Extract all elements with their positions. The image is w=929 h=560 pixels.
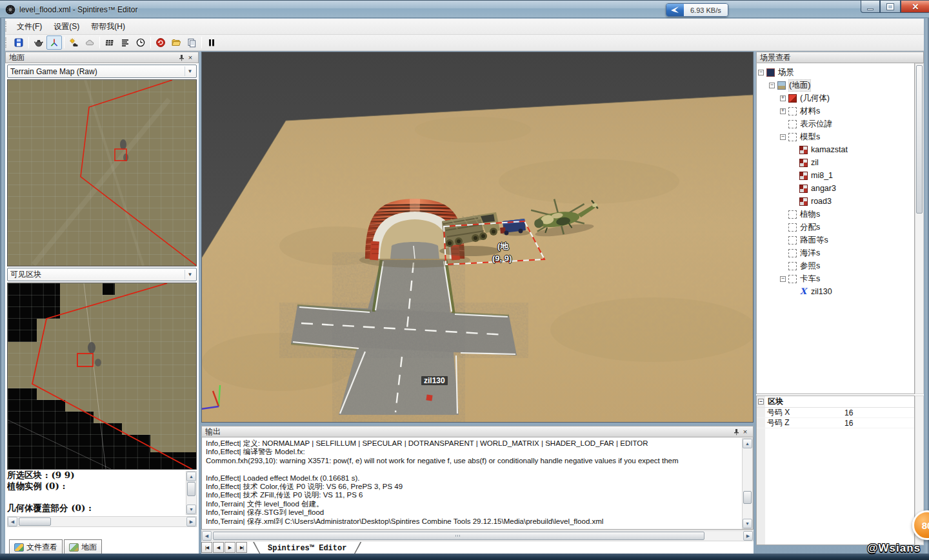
pin-icon[interactable] <box>732 427 741 436</box>
toolbar-grip[interactable] <box>5 37 8 48</box>
tree-item[interactable]: 卡车s <box>757 272 914 285</box>
tree-expander-icon[interactable] <box>758 70 764 75</box>
visible-blocks-minimap[interactable] <box>7 283 197 470</box>
property-row[interactable]: 号码 X 16 <box>757 408 914 418</box>
tree-item[interactable]: angar3 <box>757 182 914 195</box>
tree-node-label: 植物s <box>800 209 820 220</box>
scene-tree[interactable]: 场景 (地面) (几何体) 材料s <box>756 63 915 394</box>
tree-item[interactable]: mi8_1 <box>757 169 914 182</box>
tree-item[interactable]: 表示位諱 <box>757 117 914 130</box>
minimize-icon[interactable] <box>861 1 880 13</box>
viewport-3d[interactable]: (地 (9, 9) zil130 <box>201 52 754 423</box>
document-tab[interactable]: Spintires™ Editor <box>253 542 361 555</box>
tree-scrollbar[interactable] <box>915 63 924 394</box>
tree-expander-icon[interactable] <box>780 108 786 114</box>
copy-icon[interactable] <box>184 35 199 50</box>
save-icon[interactable] <box>11 35 26 50</box>
open-folder-icon[interactable] <box>168 35 184 50</box>
download-speed-value: 6.93 KB/s <box>684 4 728 16</box>
tree-item[interactable]: road3 <box>757 195 914 208</box>
block-properties: 区块 号码 X 16 号码 Z 16 <box>756 395 915 545</box>
tree-node-icon <box>799 185 808 193</box>
property-label: 号码 X <box>767 407 790 418</box>
tree-node-label: angar3 <box>811 184 836 193</box>
close-panel-icon[interactable]: × <box>186 53 195 62</box>
titlebar[interactable]: level_flood.xml - Spintires™ Editor 6.93… <box>0 0 929 18</box>
block-properties-header[interactable]: 区块 <box>757 396 914 408</box>
menu-bar: 文件(F)设置(S)帮帮我(H) <box>1 19 928 35</box>
pin-icon[interactable] <box>177 53 186 62</box>
tree-item[interactable]: zil130 <box>757 285 914 298</box>
tree-item[interactable]: 路面等s <box>757 234 914 246</box>
tree-item[interactable]: kamazstat <box>757 143 914 156</box>
tree-item[interactable]: 参照s <box>757 259 914 272</box>
log-lines-icon[interactable] <box>117 35 133 50</box>
clock-icon[interactable] <box>133 35 148 50</box>
info-horizontal-scrollbar[interactable]: ◀ ▶ <box>7 516 197 527</box>
download-speed-badge[interactable]: 6.93 KB/s <box>666 3 728 17</box>
day-night-icon[interactable] <box>66 35 82 50</box>
tree-item[interactable]: (几何体) <box>757 92 914 105</box>
terrain-panel: 地面 × Terrain Game Map (Raw) ▼ <box>5 52 199 555</box>
cell-coords-label: (9, 9) <box>492 254 512 263</box>
tree-expander-icon[interactable] <box>780 134 786 140</box>
tree-node-icon <box>799 146 808 154</box>
collapse-icon[interactable] <box>758 399 764 405</box>
tree-expander-icon[interactable] <box>780 276 786 282</box>
tree-node-icon <box>788 223 797 232</box>
output-log-line: Info,Effect| 编译警告 Model.fx: <box>206 448 749 456</box>
tree-node-icon <box>788 249 797 257</box>
tree-item[interactable]: 材料s <box>757 105 914 117</box>
thunder-icon <box>666 4 684 16</box>
output-vertical-scrollbar[interactable]: ▲ ▼ <box>742 438 753 529</box>
maximize-icon[interactable] <box>880 1 901 13</box>
tree-node-label: 表示位諱 <box>800 119 832 130</box>
cloud-icon[interactable] <box>82 35 97 50</box>
visible-blocks-select[interactable]: 可见区块 ▼ <box>7 268 197 281</box>
property-value[interactable]: 16 <box>844 408 853 417</box>
document-tab-label: Spintires™ Editor <box>254 542 361 554</box>
tree-item[interactable]: 植物s <box>757 208 914 221</box>
chevron-down-icon: ▼ <box>185 270 195 279</box>
terrain-overlay-label: (地 <box>497 241 508 252</box>
visible-blocks-select-value: 可见区块 <box>10 269 41 280</box>
menu-item[interactable]: 帮帮我(H) <box>85 19 131 34</box>
tree-item[interactable]: 模型s <box>757 130 914 143</box>
property-label: 号码 Z <box>767 417 790 428</box>
tree-item[interactable]: zil <box>757 156 914 169</box>
tree-item[interactable]: 分配s <box>757 221 914 234</box>
terrain-map-select[interactable]: Terrain Game Map (Raw) ▼ <box>7 65 197 78</box>
tree-item[interactable]: (地面) <box>757 79 914 92</box>
nav-first-icon[interactable] <box>201 542 212 553</box>
tab-label: 文件查看 <box>26 542 57 553</box>
toolbar-grip[interactable] <box>5 21 8 32</box>
tree-node-label: mi8_1 <box>811 171 833 180</box>
nav-prev-icon[interactable] <box>213 542 224 553</box>
solar-grid-icon[interactable] <box>102 35 117 50</box>
tree-item[interactable]: 场景 <box>757 66 914 79</box>
teapot-icon[interactable] <box>31 35 46 50</box>
terrain-minimap[interactable] <box>7 79 197 266</box>
tree-expander-icon[interactable] <box>769 83 775 88</box>
tree-item[interactable]: 海洋s <box>757 246 914 259</box>
output-log[interactable]: Info,Effect| 定义: NORMALMAP | SELFILLUM |… <box>201 437 754 530</box>
tree-node-icon <box>788 107 797 115</box>
output-horizontal-scrollbar[interactable]: ◀ ▶ <box>201 530 754 541</box>
menu-item[interactable]: 设置(S) <box>48 19 85 34</box>
tree-node-icon <box>788 120 797 128</box>
property-row[interactable]: 号码 Z 16 <box>757 418 914 428</box>
tree-expander-icon[interactable] <box>780 95 786 101</box>
nav-last-icon[interactable] <box>236 542 247 553</box>
axes-icon[interactable] <box>46 35 62 50</box>
property-value[interactable]: 16 <box>844 419 853 428</box>
info-vertical-scrollbar[interactable]: ▲ ▼ <box>186 471 197 515</box>
pause-icon[interactable] <box>204 35 219 50</box>
truck-marker[interactable] <box>426 394 432 401</box>
close-icon[interactable]: ✕ <box>901 1 929 13</box>
app-icon <box>5 5 15 15</box>
close-panel-icon[interactable]: × <box>741 427 750 436</box>
menu-item[interactable]: 文件(F) <box>11 19 48 34</box>
nav-next-icon[interactable] <box>225 542 235 553</box>
tree-node-label: road3 <box>811 197 832 206</box>
reload-red-icon[interactable] <box>153 35 168 50</box>
